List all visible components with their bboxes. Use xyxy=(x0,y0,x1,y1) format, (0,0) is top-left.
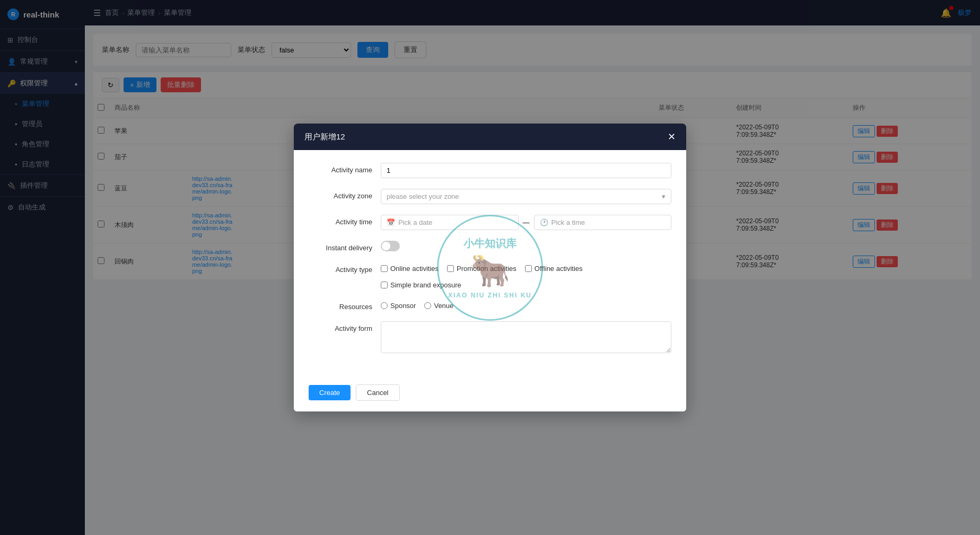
form-row-activity-zone: Activity zone please select your zone ▾ xyxy=(309,189,671,204)
checkbox-input-promotion[interactable] xyxy=(447,265,454,272)
checkbox-input-brand[interactable] xyxy=(381,282,388,288)
activity-name-input[interactable] xyxy=(381,163,671,178)
radio-input-venue[interactable] xyxy=(424,302,431,309)
checkbox-input-online[interactable] xyxy=(381,265,388,272)
form-row-resources: Resources Sponsor Venue xyxy=(309,300,671,311)
resources-control: Sponsor Venue xyxy=(381,300,671,310)
checkbox-simple-brand[interactable]: Simple brand exposure xyxy=(381,281,461,289)
activity-name-label: Activity name xyxy=(309,163,372,174)
modal-body: Activity name Activity zone please selec… xyxy=(294,150,686,378)
cancel-button[interactable]: Cancel xyxy=(356,384,399,401)
modal-close-button[interactable]: ✕ xyxy=(668,131,676,143)
resources-label: Resources xyxy=(309,300,372,311)
activity-type-label: Activity type xyxy=(309,262,372,274)
radio-input-sponsor[interactable] xyxy=(381,302,388,309)
modal-title: 用户新增12 xyxy=(304,132,345,142)
instant-delivery-control xyxy=(381,241,671,251)
activity-form-textarea[interactable] xyxy=(381,321,671,353)
modal-overlay[interactable]: 用户新增12 ✕ Activity name Activity zone ple… xyxy=(0,0,980,535)
checkbox-promotion-activities[interactable]: Promotion activities xyxy=(447,265,517,273)
promotion-activities-label: Promotion activities xyxy=(457,265,517,273)
form-row-activity-name: Activity name xyxy=(309,163,671,178)
simple-brand-label: Simple brand exposure xyxy=(390,281,461,289)
activity-time-label: Activity time xyxy=(309,215,372,226)
time-separator: — xyxy=(523,218,530,226)
activity-type-control: Online activities Promotion activities O… xyxy=(381,262,671,289)
form-row-instant-delivery: Instant delivery xyxy=(309,241,671,252)
resources-group: Sponsor Venue xyxy=(381,300,671,310)
checkbox-online-activities[interactable]: Online activities xyxy=(381,265,439,273)
activity-form-label: Activity form xyxy=(309,321,372,332)
activity-zone-label: Activity zone xyxy=(309,189,372,200)
modal-header: 用户新增12 ✕ xyxy=(294,124,686,150)
venue-label: Venue xyxy=(434,302,453,310)
date-placeholder: Pick a date xyxy=(398,218,432,226)
instant-delivery-label: Instant delivery xyxy=(309,241,372,252)
clock-icon: 🕐 xyxy=(540,218,548,226)
form-row-activity-type: Activity type Online activities Promotio… xyxy=(309,262,671,289)
checkbox-offline-activities[interactable]: Offline activities xyxy=(525,265,583,273)
activity-zone-select[interactable]: please select your zone ▾ xyxy=(381,189,671,204)
activity-zone-control: please select your zone ▾ xyxy=(381,189,671,204)
modal-dialog: 用户新增12 ✕ Activity name Activity zone ple… xyxy=(294,124,686,411)
form-row-activity-form: Activity form xyxy=(309,321,671,355)
activity-time-control: 📅 Pick a date — 🕐 Pick a time xyxy=(381,215,671,230)
time-placeholder: Pick a time xyxy=(552,218,585,226)
offline-activities-label: Offline activities xyxy=(535,265,583,273)
create-button[interactable]: Create xyxy=(309,385,351,400)
activity-form-control xyxy=(381,321,671,355)
calendar-icon: 📅 xyxy=(387,218,395,226)
form-row-activity-time: Activity time 📅 Pick a date — 🕐 Pick a t… xyxy=(309,215,671,230)
time-picker[interactable]: 🕐 Pick a time xyxy=(534,215,672,230)
date-picker[interactable]: 📅 Pick a date xyxy=(381,215,519,230)
activity-zone-placeholder: please select your zone xyxy=(387,192,459,200)
checkbox-input-offline[interactable] xyxy=(525,265,532,272)
activity-name-control xyxy=(381,163,671,178)
radio-venue[interactable]: Venue xyxy=(424,302,453,310)
online-activities-label: Online activities xyxy=(390,265,439,273)
chevron-down-icon: ▾ xyxy=(662,192,666,200)
radio-sponsor[interactable]: Sponsor xyxy=(381,302,416,310)
activity-type-group: Online activities Promotion activities O… xyxy=(381,262,671,289)
date-time-row: 📅 Pick a date — 🕐 Pick a time xyxy=(381,215,671,230)
instant-delivery-toggle[interactable] xyxy=(381,241,400,251)
sponsor-label: Sponsor xyxy=(390,302,416,310)
modal-footer: Create Cancel xyxy=(294,378,686,411)
